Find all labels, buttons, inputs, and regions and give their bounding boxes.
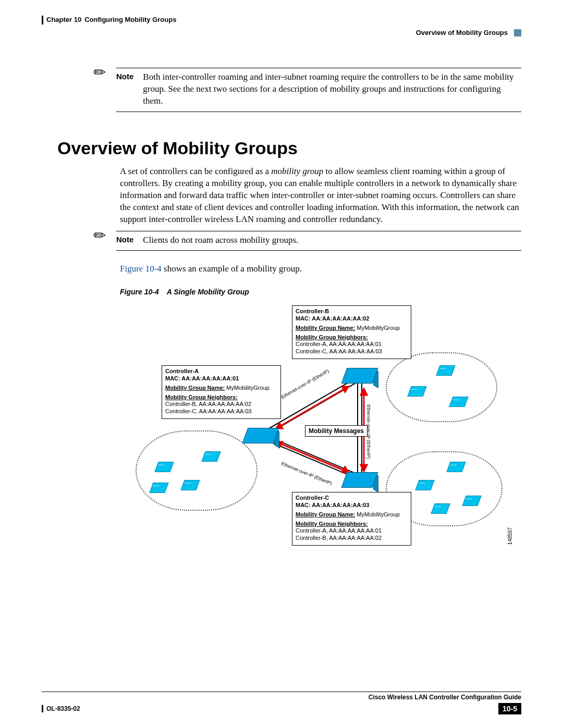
card-neighbor-row: Controller-B, AA:AA:AA:AA:AA:02 xyxy=(296,535,408,542)
ap-cloud-a xyxy=(136,430,258,511)
card-groupname-value: MyMobilityGroup xyxy=(357,511,400,517)
card-neighbor-row: Controller-C, AA:AA:AA:AA:AA:03 xyxy=(296,348,408,355)
access-point-icon: •••• xyxy=(438,365,454,376)
card-groupname-value: MyMobilityGroup xyxy=(357,325,400,331)
access-point-icon: •••• xyxy=(182,480,198,490)
running-header: Chapter 10 Configuring Mobility Groups O… xyxy=(42,16,521,36)
running-section-title: Overview of Mobility Groups xyxy=(416,29,508,36)
card-mac: MAC: AA:AA:AA:AA:AA:01 xyxy=(165,375,277,382)
card-neighbor-row: Controller-B, AA:AA:AA:AA:AA:02 xyxy=(165,401,277,408)
card-neighbors-label: Mobility Group Neighbors: xyxy=(165,394,277,401)
controller-b-device-icon xyxy=(344,368,375,384)
card-neighbors-label: Mobility Group Neighbors: xyxy=(296,334,408,341)
chapter-title: Configuring Mobility Groups xyxy=(84,16,176,23)
card-neighbor-row: Controller-A, AA:AA:AA:AA:AA:01 xyxy=(296,341,408,348)
note-text: Both inter-controller roaming and inter-… xyxy=(143,71,521,107)
figure-reference-line: Figure 10-4 shows an example of a mobili… xyxy=(120,263,521,275)
card-neighbor-row: Controller-A, AA:AA:AA:AA:AA:01 xyxy=(296,527,408,535)
access-point-icon: •••• xyxy=(448,462,464,472)
access-point-icon: •••• xyxy=(151,483,167,493)
note-pencil-icon: ✎ xyxy=(90,226,109,245)
intro-paragraph: A set of controllers can be configured a… xyxy=(120,166,521,226)
controller-a-device-icon xyxy=(245,428,276,443)
mobility-messages-label: Mobility Messages xyxy=(305,425,368,437)
note-block-1: ✎ Note Both inter-controller roaming and… xyxy=(94,68,521,112)
access-point-icon: •••• xyxy=(464,496,480,506)
controller-b-infocard: Controller-B MAC: AA:AA:AA:AA:AA:02 Mobi… xyxy=(292,305,411,359)
card-groupname-label: Mobility Group Name: xyxy=(165,385,225,391)
card-neighbors-label: Mobility Group Neighbors: xyxy=(296,521,408,528)
figure-caption-number: Figure 10-4 xyxy=(120,288,159,296)
page-footer: Cisco Wireless LAN Controller Configurat… xyxy=(42,692,521,714)
note-pencil-icon: ✎ xyxy=(90,64,109,82)
figure-caption-title: A Single Mobility Group xyxy=(167,288,249,296)
note-label: Note xyxy=(116,235,133,246)
card-title: Controller-B xyxy=(296,308,408,315)
figure-ref-link[interactable]: Figure 10-4 xyxy=(120,264,162,274)
access-point-icon: •••• xyxy=(417,480,433,490)
doc-id: OL-8335-02 xyxy=(46,705,80,712)
controller-a-infocard: Controller-A MAC: AA:AA:AA:AA:AA:01 Mobi… xyxy=(162,365,281,419)
section-marker-icon xyxy=(514,29,521,36)
chapter-number: Chapter 10 xyxy=(46,16,81,23)
access-point-icon: •••• xyxy=(156,462,172,472)
card-title: Controller-A xyxy=(165,368,277,375)
page-number-badge: 10-5 xyxy=(498,703,521,714)
access-point-icon: •••• xyxy=(433,503,448,514)
controller-c-infocard: Controller-C MAC: AA:AA:AA:AA:AA:03 Mobi… xyxy=(292,492,411,546)
ap-cloud-b xyxy=(386,352,497,422)
figure-10-4: Ethernet-over-IP (EtherIP) Ethernet-over… xyxy=(125,305,500,548)
figure-ref-rest: shows an example of a mobility group. xyxy=(162,264,302,274)
card-neighbor-row: Controller-C, AA:AA:AA:AA:AA:03 xyxy=(165,408,277,415)
note-block-2: ✎ Note Clients do not roam across mobili… xyxy=(94,231,521,251)
card-groupname-label: Mobility Group Name: xyxy=(296,325,355,331)
figure-source-code: 148597 xyxy=(507,527,513,545)
card-groupname-label: Mobility Group Name: xyxy=(296,511,355,517)
section-heading: Overview of Mobility Groups xyxy=(57,138,521,158)
access-point-icon: •••• xyxy=(451,397,467,407)
controller-c-device-icon xyxy=(344,472,375,488)
access-point-icon: •••• xyxy=(203,451,219,462)
card-groupname-value: MyMobilityGroup xyxy=(226,385,270,391)
book-title: Cisco Wireless LAN Controller Configurat… xyxy=(42,692,521,701)
card-title: Controller-C xyxy=(296,495,408,502)
note-label: Note xyxy=(116,71,133,107)
note-text: Clients do not roam across mobility grou… xyxy=(143,235,298,246)
card-mac: MAC: AA:AA:AA:AA:AA:02 xyxy=(296,315,408,323)
svg-marker-1 xyxy=(342,387,348,392)
figure-caption: Figure 10-4 A Single Mobility Group xyxy=(120,288,521,296)
card-mac: MAC: AA:AA:AA:AA:AA:03 xyxy=(296,502,408,509)
access-point-icon: •••• xyxy=(409,386,425,397)
